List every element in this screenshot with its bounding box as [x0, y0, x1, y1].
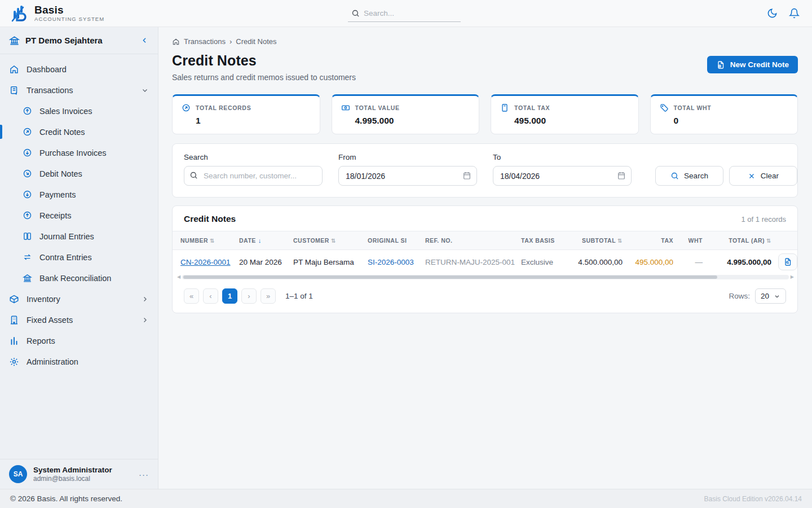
cell-original-si-link[interactable]: SI-2026-0003 — [363, 251, 421, 274]
version-text: Basis Cloud Edition v2026.04.14 — [704, 495, 802, 503]
search-icon — [670, 172, 679, 180]
sidebar-item-transactions[interactable]: Transactions — [0, 80, 158, 100]
pagination-last-button[interactable]: » — [261, 288, 276, 304]
sidebar-item-dashboard[interactable]: Dashboard — [0, 59, 158, 80]
scroll-left-arrow-icon[interactable]: ◀ — [177, 275, 180, 279]
cell-subtotal: 4.500.000,00 — [564, 251, 627, 274]
sidebar-item-bank-reconciliation[interactable]: Bank Reconciliation — [0, 268, 158, 288]
user-profile[interactable]: SA System Administrator admin@basis.loca… — [0, 459, 158, 489]
arrow-up-right-circle-icon — [23, 127, 32, 137]
sidebar-item-receipts[interactable]: Receipts — [0, 205, 158, 226]
cell-ref-no: RETURN-MAJU-2025-001 — [421, 251, 517, 274]
tag-icon — [660, 103, 669, 112]
pagination-prev-button[interactable]: ‹ — [203, 288, 218, 304]
sidebar-item-payments[interactable]: Payments — [0, 184, 158, 205]
app-tagline: ACCOUNTING SYSTEM — [34, 16, 104, 22]
clear-button[interactable]: Clear — [729, 166, 797, 186]
search-button[interactable]: Search — [655, 166, 723, 186]
swap-arrows-icon — [23, 252, 32, 262]
app-root: Basis ACCOUNTING SYSTEM — [0, 0, 812, 508]
col-customer[interactable]: CUSTOMER⇅ — [289, 231, 363, 249]
cell-customer: PT Maju Bersama — [289, 251, 363, 274]
stat-total-tax: TOTAL TAX 495.000 — [491, 94, 639, 134]
breadcrumb: Transactions › Credit Notes — [172, 37, 798, 46]
sidebar-item-credit-notes[interactable]: Credit Notes — [0, 121, 158, 142]
sidebar-item-purchase-invoices[interactable]: Purchase Invoices — [0, 142, 158, 163]
stat-cards: TOTAL RECORDS 1 TOTAL VALUE 4.995.000 TO… — [172, 94, 798, 134]
company-selector[interactable]: PT Demo Sejahtera — [0, 27, 158, 54]
sidebar: PT Demo Sejahtera Dashboard Transactions — [0, 27, 158, 489]
stat-total-value: TOTAL VALUE 4.995.000 — [332, 94, 480, 134]
cell-tax: 495.000,00 — [627, 251, 678, 274]
pagination-page-1-button[interactable]: 1 — [222, 288, 237, 304]
cell-total-ar: 4.995.000,00 — [707, 251, 776, 274]
sidebar-item-reports[interactable]: Reports — [0, 330, 158, 351]
sidebar-item-sales-invoices[interactable]: Sales Invoices — [0, 100, 158, 121]
sidebar-nav: Dashboard Transactions Sales Invoices Cr… — [0, 54, 158, 459]
table-title: Credit Notes — [184, 214, 236, 224]
sidebar-item-debit-notes[interactable]: Debit Notes — [0, 163, 158, 184]
filter-search-input[interactable] — [184, 166, 323, 186]
date-from-input[interactable] — [338, 166, 477, 186]
search-icon — [351, 9, 360, 17]
arrow-up-circle-icon — [23, 211, 32, 220]
breadcrumb-transactions[interactable]: Transactions — [184, 37, 226, 46]
close-icon — [748, 172, 756, 180]
sort-desc-icon: ↓ — [258, 237, 262, 244]
date-to-input[interactable] — [493, 166, 632, 186]
cell-number-link[interactable]: CN-2026-0001 — [173, 251, 235, 274]
pagination-next-button[interactable]: › — [241, 288, 257, 304]
collapse-sidebar-chevron-left-icon[interactable] — [140, 36, 149, 45]
copyright-text: © 2026 Basis. All rights reserved. — [10, 494, 122, 503]
document-plus-icon — [716, 60, 725, 69]
col-date[interactable]: DATE↓ — [235, 231, 289, 249]
app-logo[interactable]: Basis ACCOUNTING SYSTEM — [9, 3, 348, 24]
sort-icon: ⇅ — [210, 238, 215, 244]
sidebar-item-journal-entries[interactable]: Journal Entries — [0, 226, 158, 247]
cell-date: 20 Mar 2026 — [235, 251, 289, 274]
pagination-info: 1–1 of 1 — [285, 292, 313, 300]
scroll-right-arrow-icon[interactable]: ▶ — [791, 275, 794, 279]
user-email: admin@basis.local — [33, 475, 133, 483]
book-icon — [23, 231, 32, 241]
to-label: To — [493, 153, 632, 161]
chevron-down-icon — [141, 86, 149, 94]
sidebar-item-contra-entries[interactable]: Contra Entries — [0, 247, 158, 268]
col-subtotal[interactable]: SUBTOTAL⇅ — [564, 231, 627, 249]
sidebar-item-inventory[interactable]: Inventory — [0, 288, 158, 309]
cell-wht: — — [678, 251, 707, 274]
logo-icon — [9, 3, 29, 24]
arrow-up-circle-icon — [23, 106, 32, 116]
col-total-ar[interactable]: TOTAL (AR)⇅ — [707, 231, 776, 249]
box-icon — [9, 294, 19, 304]
arrow-down-circle-icon — [23, 190, 32, 199]
calendar-icon[interactable] — [462, 171, 471, 180]
avatar: SA — [9, 465, 27, 483]
filter-bar: Search From To — [172, 143, 798, 198]
records-count: 1 of 1 records — [742, 215, 787, 224]
notifications-bell-icon[interactable] — [789, 8, 800, 19]
search-icon — [189, 171, 198, 179]
view-document-button[interactable] — [778, 253, 797, 270]
col-number[interactable]: NUMBER⇅ — [173, 231, 235, 249]
pagination-first-button[interactable]: « — [184, 288, 199, 304]
home-icon — [9, 64, 19, 75]
building-icon — [9, 315, 19, 325]
scrollbar-thumb[interactable] — [183, 275, 717, 279]
page-subtitle: Sales returns and credit memos issued to… — [172, 73, 356, 82]
arrow-up-right-circle-icon — [182, 103, 191, 112]
calendar-icon[interactable] — [617, 171, 626, 180]
global-search-input[interactable] — [348, 5, 461, 22]
new-credit-note-button[interactable]: New Credit Note — [707, 56, 798, 73]
user-menu-dots-icon[interactable]: ··· — [139, 470, 149, 479]
sidebar-item-administration[interactable]: Administration — [0, 351, 158, 372]
sidebar-item-fixed-assets[interactable]: Fixed Assets — [0, 309, 158, 330]
main-content: Transactions › Credit Notes Credit Notes… — [158, 27, 812, 489]
sort-icon: ⇅ — [766, 238, 771, 244]
invoice-icon — [9, 85, 19, 95]
theme-toggle-moon-icon[interactable] — [767, 8, 778, 19]
bank-icon — [9, 35, 20, 46]
rows-per-page-select[interactable]: 20 — [755, 288, 786, 304]
sort-icon: ⇅ — [331, 238, 336, 244]
top-actions — [461, 8, 803, 19]
